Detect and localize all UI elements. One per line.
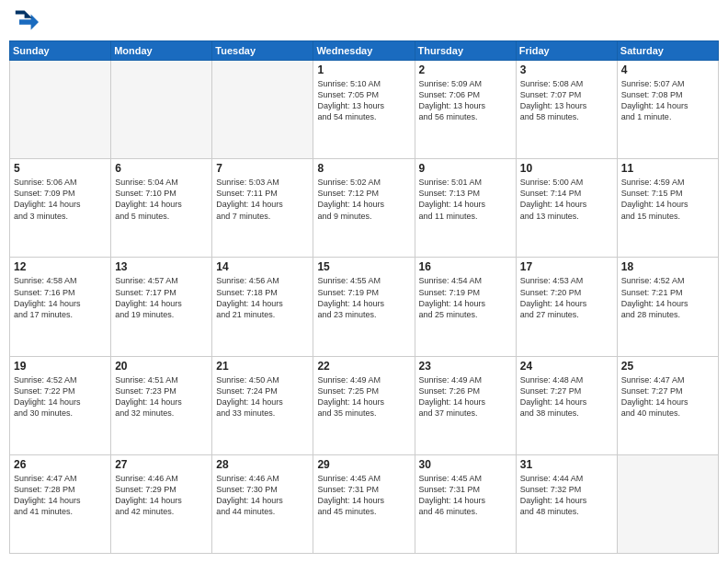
day-info: Sunrise: 5:02 AMSunset: 7:12 PMDaylight:…: [317, 177, 410, 222]
day-number: 6: [115, 162, 208, 175]
day-info: Sunrise: 4:49 AMSunset: 7:25 PMDaylight:…: [317, 374, 410, 419]
calendar-cell: 5Sunrise: 5:06 AMSunset: 7:09 PMDaylight…: [10, 159, 111, 258]
day-info: Sunrise: 4:52 AMSunset: 7:22 PMDaylight:…: [14, 374, 107, 419]
day-number: 31: [520, 458, 613, 471]
calendar-cell: 14Sunrise: 4:56 AMSunset: 7:18 PMDayligh…: [212, 258, 313, 356]
day-info: Sunrise: 4:55 AMSunset: 7:19 PMDaylight:…: [317, 275, 410, 320]
day-info: Sunrise: 4:49 AMSunset: 7:26 PMDaylight:…: [419, 374, 512, 419]
calendar-cell: 27Sunrise: 4:46 AMSunset: 7:29 PMDayligh…: [111, 454, 212, 553]
day-info: Sunrise: 4:45 AMSunset: 7:31 PMDaylight:…: [419, 473, 512, 518]
day-number: 30: [419, 458, 512, 471]
generalblue-logo-icon: [13, 9, 39, 35]
weekday-thursday: Thursday: [415, 41, 516, 61]
day-number: 23: [419, 360, 512, 373]
day-info: Sunrise: 4:53 AMSunset: 7:20 PMDaylight:…: [520, 275, 613, 320]
day-number: 9: [419, 162, 512, 175]
calendar-cell: 4Sunrise: 5:07 AMSunset: 7:08 PMDaylight…: [617, 61, 718, 159]
day-number: 26: [14, 458, 107, 471]
page: SundayMondayTuesdayWednesdayThursdayFrid…: [0, 0, 728, 563]
day-info: Sunrise: 4:59 AMSunset: 7:15 PMDaylight:…: [621, 177, 714, 222]
weekday-header-row: SundayMondayTuesdayWednesdayThursdayFrid…: [10, 41, 719, 61]
day-number: 28: [216, 458, 309, 471]
day-info: Sunrise: 4:44 AMSunset: 7:32 PMDaylight:…: [520, 473, 613, 518]
calendar-cell: 7Sunrise: 5:03 AMSunset: 7:11 PMDaylight…: [212, 159, 313, 258]
calendar-cell: 12Sunrise: 4:58 AMSunset: 7:16 PMDayligh…: [10, 258, 111, 356]
day-info: Sunrise: 5:08 AMSunset: 7:07 PMDaylight:…: [520, 78, 613, 123]
calendar-cell: 19Sunrise: 4:52 AMSunset: 7:22 PMDayligh…: [10, 356, 111, 454]
day-info: Sunrise: 4:47 AMSunset: 7:27 PMDaylight:…: [621, 374, 714, 419]
calendar-cell: 30Sunrise: 4:45 AMSunset: 7:31 PMDayligh…: [415, 454, 516, 553]
day-number: 12: [14, 260, 107, 273]
calendar-cell: 31Sunrise: 4:44 AMSunset: 7:32 PMDayligh…: [516, 454, 617, 553]
day-number: 19: [14, 360, 107, 373]
calendar-cell: 13Sunrise: 4:57 AMSunset: 7:17 PMDayligh…: [111, 258, 212, 356]
day-info: Sunrise: 4:45 AMSunset: 7:31 PMDaylight:…: [317, 473, 410, 518]
calendar-cell: 9Sunrise: 5:01 AMSunset: 7:13 PMDaylight…: [415, 159, 516, 258]
day-number: 22: [317, 360, 410, 373]
calendar-cell: 26Sunrise: 4:47 AMSunset: 7:28 PMDayligh…: [10, 454, 111, 553]
day-number: 13: [115, 260, 208, 273]
day-number: 17: [520, 260, 613, 273]
calendar-week-3: 12Sunrise: 4:58 AMSunset: 7:16 PMDayligh…: [10, 258, 719, 356]
day-info: Sunrise: 4:50 AMSunset: 7:24 PMDaylight:…: [216, 374, 309, 419]
day-info: Sunrise: 4:54 AMSunset: 7:19 PMDaylight:…: [419, 275, 512, 320]
calendar-week-5: 26Sunrise: 4:47 AMSunset: 7:28 PMDayligh…: [10, 454, 719, 553]
calendar-cell: 29Sunrise: 4:45 AMSunset: 7:31 PMDayligh…: [313, 454, 415, 553]
calendar-week-2: 5Sunrise: 5:06 AMSunset: 7:09 PMDaylight…: [10, 159, 719, 258]
calendar-cell: 15Sunrise: 4:55 AMSunset: 7:19 PMDayligh…: [313, 258, 415, 356]
calendar-cell: 24Sunrise: 4:48 AMSunset: 7:27 PMDayligh…: [516, 356, 617, 454]
day-number: 24: [520, 360, 613, 373]
day-number: 5: [14, 162, 107, 175]
day-info: Sunrise: 4:56 AMSunset: 7:18 PMDaylight:…: [216, 275, 309, 320]
day-info: Sunrise: 5:04 AMSunset: 7:10 PMDaylight:…: [115, 177, 208, 222]
day-number: 8: [317, 162, 410, 175]
day-number: 16: [419, 260, 512, 273]
weekday-wednesday: Wednesday: [313, 41, 415, 61]
day-info: Sunrise: 5:07 AMSunset: 7:08 PMDaylight:…: [621, 78, 714, 123]
day-info: Sunrise: 4:58 AMSunset: 7:16 PMDaylight:…: [14, 275, 107, 320]
day-number: 2: [419, 63, 512, 76]
weekday-monday: Monday: [111, 41, 212, 61]
calendar-cell: 20Sunrise: 4:51 AMSunset: 7:23 PMDayligh…: [111, 356, 212, 454]
calendar-cell: 21Sunrise: 4:50 AMSunset: 7:24 PMDayligh…: [212, 356, 313, 454]
calendar-cell: 22Sunrise: 4:49 AMSunset: 7:25 PMDayligh…: [313, 356, 415, 454]
calendar-cell: [617, 454, 718, 553]
day-info: Sunrise: 5:10 AMSunset: 7:05 PMDaylight:…: [317, 78, 410, 123]
day-number: 10: [520, 162, 613, 175]
calendar-cell: [10, 61, 111, 159]
calendar-cell: 10Sunrise: 5:00 AMSunset: 7:14 PMDayligh…: [516, 159, 617, 258]
calendar-cell: 18Sunrise: 4:52 AMSunset: 7:21 PMDayligh…: [617, 258, 718, 356]
calendar-week-1: 1Sunrise: 5:10 AMSunset: 7:05 PMDaylight…: [10, 61, 719, 159]
calendar-cell: 16Sunrise: 4:54 AMSunset: 7:19 PMDayligh…: [415, 258, 516, 356]
calendar-table: SundayMondayTuesdayWednesdayThursdayFrid…: [9, 40, 719, 554]
day-info: Sunrise: 5:01 AMSunset: 7:13 PMDaylight:…: [419, 177, 512, 222]
header: [9, 9, 719, 35]
day-number: 20: [115, 360, 208, 373]
day-number: 25: [621, 360, 714, 373]
day-number: 18: [621, 260, 714, 273]
calendar-cell: [212, 61, 313, 159]
calendar-cell: 11Sunrise: 4:59 AMSunset: 7:15 PMDayligh…: [617, 159, 718, 258]
day-info: Sunrise: 5:03 AMSunset: 7:11 PMDaylight:…: [216, 177, 309, 222]
day-number: 29: [317, 458, 410, 471]
day-number: 15: [317, 260, 410, 273]
day-number: 3: [520, 63, 613, 76]
day-number: 1: [317, 63, 410, 76]
day-info: Sunrise: 4:57 AMSunset: 7:17 PMDaylight:…: [115, 275, 208, 320]
calendar-cell: 28Sunrise: 4:46 AMSunset: 7:30 PMDayligh…: [212, 454, 313, 553]
day-info: Sunrise: 4:47 AMSunset: 7:28 PMDaylight:…: [14, 473, 107, 518]
day-number: 11: [621, 162, 714, 175]
day-number: 27: [115, 458, 208, 471]
day-info: Sunrise: 4:48 AMSunset: 7:27 PMDaylight:…: [520, 374, 613, 419]
day-info: Sunrise: 5:09 AMSunset: 7:06 PMDaylight:…: [419, 78, 512, 123]
calendar-cell: 17Sunrise: 4:53 AMSunset: 7:20 PMDayligh…: [516, 258, 617, 356]
day-number: 14: [216, 260, 309, 273]
logo: [13, 9, 42, 35]
calendar-cell: [111, 61, 212, 159]
day-info: Sunrise: 5:06 AMSunset: 7:09 PMDaylight:…: [14, 177, 107, 222]
calendar-cell: 1Sunrise: 5:10 AMSunset: 7:05 PMDaylight…: [313, 61, 415, 159]
weekday-saturday: Saturday: [617, 41, 718, 61]
day-number: 4: [621, 63, 714, 76]
day-number: 7: [216, 162, 309, 175]
calendar-cell: 6Sunrise: 5:04 AMSunset: 7:10 PMDaylight…: [111, 159, 212, 258]
